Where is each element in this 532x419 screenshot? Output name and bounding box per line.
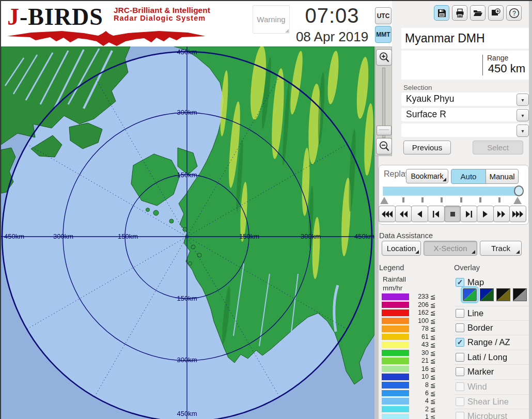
- divider: [482, 55, 483, 75]
- overlay-item-map[interactable]: ✓ Map: [454, 275, 532, 289]
- option-dropdown[interactable]: ▾: [401, 123, 530, 137]
- legend-value: 2: [410, 406, 429, 413]
- legend-row: 61≦: [379, 333, 451, 342]
- skip-backward-fast-button[interactable]: [379, 206, 396, 222]
- checkbox-lati-long[interactable]: [456, 353, 464, 362]
- overlay-item-shear-line: Shear Line: [454, 394, 532, 408]
- play-reverse-button[interactable]: [411, 206, 428, 222]
- clock-time: 07:03: [293, 4, 371, 27]
- legend-unit-line1: Rainfall: [383, 275, 406, 283]
- step-backward-button[interactable]: [428, 206, 445, 222]
- lte-symbol: ≦: [430, 365, 435, 373]
- lte-symbol: ≦: [430, 413, 435, 419]
- site-dropdown[interactable]: Kyauk Phyu ▾: [401, 92, 530, 106]
- jbirds-logo: J-BIRDS JRC-Brilliant & Intelligent Rada…: [5, 2, 212, 45]
- legend-row: 233≦: [379, 293, 451, 301]
- legend-color-swatch: [382, 302, 409, 308]
- ring-label: 300km: [177, 108, 197, 116]
- step-forward-icon: [465, 211, 473, 218]
- checkbox-map[interactable]: ✓: [456, 278, 464, 287]
- checkbox-border[interactable]: [456, 323, 464, 332]
- legend-value: 78: [410, 325, 429, 332]
- overlay-item-label: Wind: [467, 382, 487, 392]
- checkbox-wind: [456, 382, 464, 391]
- overlay-item-range-az[interactable]: ✓ Range / AZ: [454, 335, 532, 349]
- seek-handle[interactable]: [514, 185, 524, 196]
- map-style-swatch-4[interactable]: [513, 288, 527, 301]
- map-style-swatch-3[interactable]: [496, 288, 510, 301]
- legend-value: 21: [410, 357, 429, 364]
- replay-seek-bar[interactable]: [383, 187, 522, 196]
- chevron-down-icon[interactable]: ▾: [517, 94, 529, 106]
- manual-button[interactable]: Manual: [486, 169, 519, 184]
- rewind-button[interactable]: [395, 206, 412, 222]
- overlay-item-marker[interactable]: Marker: [454, 364, 532, 378]
- lte-symbol: ≦: [430, 406, 435, 413]
- legend-value: 16: [410, 365, 429, 373]
- legend-color-swatch: [382, 350, 409, 356]
- fast-forward-button[interactable]: [493, 206, 510, 222]
- menu-corner-icon: [472, 250, 475, 254]
- jbirds-window: J-BIRDS JRC-Brilliant & Intelligent Rada…: [0, 0, 532, 419]
- map-style-swatch-1[interactable]: [463, 288, 477, 301]
- overlay-item-border[interactable]: Border: [454, 320, 532, 334]
- xsection-button[interactable]: X-Section: [424, 241, 477, 256]
- legend-color-swatch: [382, 358, 409, 364]
- checkbox-microburst: [456, 412, 464, 419]
- select-button[interactable]: Select: [473, 141, 523, 154]
- chevron-down-icon[interactable]: ▾: [517, 109, 529, 121]
- double-forward-icon: [497, 211, 506, 218]
- legend-color-swatch: [382, 374, 409, 380]
- lte-symbol: ≦: [430, 390, 435, 397]
- overlay-item-label: Map: [467, 277, 484, 287]
- auto-button[interactable]: Auto: [451, 169, 486, 184]
- map-style-swatch-2[interactable]: [480, 288, 494, 301]
- legend-row: 100≦: [379, 317, 451, 325]
- location-label: Location: [387, 244, 416, 253]
- range-end-marker[interactable]: [513, 197, 522, 204]
- control-panel: Myanmar DMH Range 450 km Selection Kyauk…: [379, 1, 532, 419]
- window-edge: [529, 1, 532, 419]
- chevron-down-icon[interactable]: ▾: [517, 125, 529, 137]
- brand-j: J: [7, 4, 20, 30]
- seek-tick: [421, 197, 424, 203]
- legend-color-swatch: [382, 406, 409, 413]
- location-button[interactable]: Location: [382, 241, 421, 256]
- legend-row: 30≦: [379, 349, 451, 358]
- overlay-item-line[interactable]: Line: [454, 306, 532, 320]
- play-button[interactable]: [477, 206, 494, 222]
- legend-color-swatch: [382, 382, 409, 389]
- checkbox-range-az[interactable]: ✓: [456, 338, 464, 347]
- lte-symbol: ≦: [430, 397, 435, 405]
- ring-label: 300km: [301, 232, 321, 240]
- checkbox-marker[interactable]: [456, 367, 464, 376]
- ring-label: 300km: [177, 356, 197, 364]
- overlay-item-lati-long[interactable]: Lati / Long: [454, 350, 532, 364]
- radar-map[interactable]: 450km 300km 150km 150km 300km 450km 450k…: [1, 46, 374, 419]
- lte-symbol: ≦: [430, 301, 435, 309]
- legend-color-swatch: [382, 398, 409, 405]
- legend-value: 162: [410, 309, 429, 316]
- brand-tagline: JRC-Brilliant & Intelligent Radar Dialog…: [114, 6, 210, 22]
- checkbox-line[interactable]: [456, 309, 464, 318]
- replay-panel: Replay Bookmark Auto Manual: [379, 165, 529, 225]
- ring-label: 150km: [177, 294, 197, 302]
- brand-text: J-BIRDS: [7, 3, 103, 30]
- stop-button[interactable]: [444, 206, 461, 222]
- skip-forward-fast-button[interactable]: [509, 206, 526, 222]
- product-dropdown[interactable]: Surface R ▾: [401, 108, 530, 121]
- track-button[interactable]: Track: [480, 241, 522, 256]
- bookmark-button[interactable]: Bookmark: [406, 169, 448, 183]
- previous-button[interactable]: Previous: [403, 141, 451, 154]
- lte-symbol: ≦: [430, 381, 435, 389]
- legend-color-swatch: [382, 414, 409, 419]
- legend-row: 162≦: [379, 309, 451, 317]
- step-forward-button[interactable]: [460, 206, 477, 222]
- ring-label: 150km: [239, 232, 259, 240]
- legend-row: 206≦: [379, 301, 451, 309]
- warning-button[interactable]: Warning: [253, 5, 290, 34]
- range-box: Range 450 km: [401, 51, 530, 80]
- overlay-item-wind: Wind: [454, 379, 532, 393]
- range-start-marker[interactable]: [380, 197, 388, 204]
- clock-date: 08 Apr 2019: [288, 29, 376, 45]
